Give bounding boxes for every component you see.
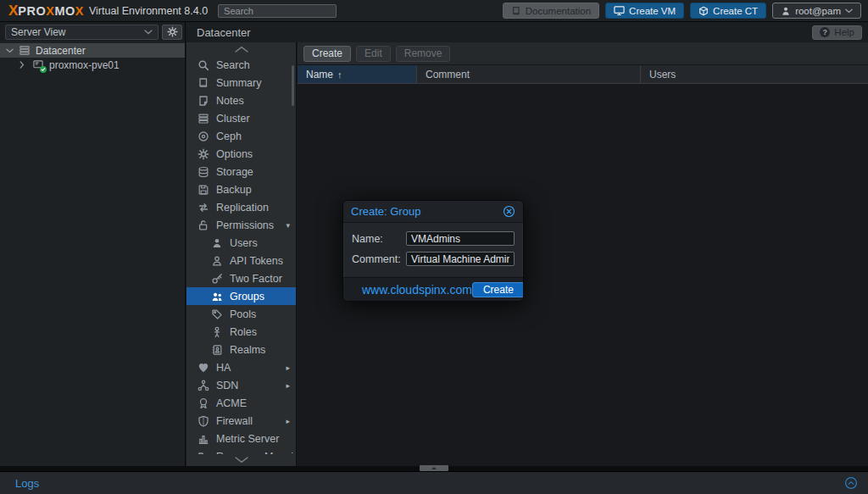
user-icon — [211, 237, 223, 249]
tree-settings-button[interactable] — [162, 25, 182, 40]
nav-item-two-factor[interactable]: Two Factor — [186, 269, 296, 287]
monitor-icon — [614, 5, 625, 16]
gear-icon — [167, 26, 178, 37]
bar-chart-icon — [198, 433, 209, 445]
nav-item-metric-server[interactable]: Metric Server — [186, 430, 296, 447]
edit-group-button[interactable]: Edit — [356, 46, 391, 62]
shield-icon — [198, 415, 209, 427]
sort-ascending-icon: ↑ — [337, 69, 342, 80]
create-ct-button[interactable]: Create CT — [690, 3, 766, 19]
users-group-icon — [211, 291, 223, 303]
replication-icon — [198, 202, 209, 214]
top-bar: X PROXMOX Virtual Environment 8.4.0 Docu… — [0, 0, 868, 22]
proxmox-app: X PROXMOX Virtual Environment 8.4.0 Docu… — [0, 0, 868, 494]
note-icon — [198, 95, 209, 107]
nav-item-acme[interactable]: ACME — [186, 394, 296, 412]
user-menu-button[interactable]: root@pam — [772, 3, 861, 19]
nav-scroll-up[interactable] — [186, 42, 296, 56]
view-selector[interactable]: Server View — [5, 25, 159, 40]
tree-node-datacenter[interactable]: Datacenter — [0, 43, 185, 58]
datacenter-nav: Search Summary Notes Cluster Ceph Option… — [186, 42, 297, 466]
create-group-dialog: Create: Group Name: Comment: www.cloudsp… — [342, 200, 524, 302]
nav-item-replication[interactable]: Replication — [186, 198, 296, 216]
expand-logs-icon[interactable] — [844, 476, 858, 490]
book-icon — [198, 77, 209, 89]
tree-view-header: Server View — [0, 22, 185, 42]
token-user-icon — [211, 255, 223, 267]
dialog-body: Name: Comment: — [343, 223, 523, 277]
caret-down-icon: ▾ — [286, 221, 290, 230]
nav-item-summary[interactable]: Summary — [186, 74, 296, 92]
storage-icon — [198, 166, 209, 178]
tree-node-proxmox-pve01[interactable]: proxmox-pve01 — [0, 58, 185, 72]
nav-item-sdn[interactable]: SDN ▸ — [186, 376, 296, 394]
address-book-icon — [211, 344, 223, 356]
dialog-create-button[interactable]: Create — [472, 282, 524, 297]
nav-scroll-down[interactable] — [186, 454, 296, 466]
nav-item-cluster[interactable]: Cluster — [186, 109, 296, 127]
group-comment-input[interactable] — [406, 252, 515, 266]
column-header-users[interactable]: Users — [641, 65, 868, 83]
nav-item-pools[interactable]: Pools — [186, 305, 296, 323]
key-icon — [211, 273, 223, 285]
nav-item-notes[interactable]: Notes — [186, 92, 296, 109]
expander-right-icon[interactable] — [19, 61, 28, 69]
nav-item-firewall[interactable]: Firewall ▸ — [186, 412, 296, 430]
create-vm-button[interactable]: Create VM — [605, 3, 684, 19]
version-subtitle: Virtual Environment 8.4.0 — [89, 5, 208, 17]
documentation-button[interactable]: Documentation — [503, 3, 599, 19]
remove-group-button[interactable]: Remove — [396, 46, 451, 62]
resource-tree: Datacenter proxmox-pve01 — [0, 42, 185, 72]
status-online-icon — [40, 66, 47, 73]
nav-item-users[interactable]: Users — [186, 234, 296, 252]
user-avatar-icon — [781, 6, 791, 16]
column-header-name[interactable]: Name ↑ — [298, 65, 417, 83]
certificate-icon — [198, 397, 209, 409]
nav-scrollbar-thumb[interactable] — [292, 65, 294, 106]
dialog-header[interactable]: Create: Group — [343, 201, 523, 223]
groups-toolbar: Create Edit Remove — [298, 42, 868, 65]
proxmox-x-mark: X — [8, 3, 17, 19]
nav-item-backup[interactable]: Backup — [186, 180, 296, 198]
search-icon — [198, 59, 209, 71]
chevron-down-icon — [144, 30, 153, 35]
nav-item-realms[interactable]: Realms — [186, 341, 296, 358]
create-group-button[interactable]: Create — [303, 46, 351, 62]
page-title: Datacenter — [197, 26, 251, 39]
cube-icon — [698, 6, 709, 16]
book-icon — [511, 6, 521, 16]
comment-field-label: Comment: — [352, 253, 406, 265]
content-header: Datacenter ? Help — [186, 22, 868, 42]
nav-item-permissions[interactable]: Permissions ▾ — [186, 216, 296, 234]
dialog-title: Create: Group — [351, 205, 420, 218]
logs-title: Logs — [15, 477, 39, 490]
gear-icon — [198, 148, 209, 160]
nav-item-ha[interactable]: HA ▸ — [186, 358, 296, 376]
caret-right-icon: ▸ — [286, 364, 290, 372]
heart-icon — [198, 362, 209, 374]
nav-item-options[interactable]: Options — [186, 145, 296, 163]
expander-down-icon[interactable] — [6, 48, 14, 53]
nav-item-api-tokens[interactable]: API Tokens — [186, 252, 296, 269]
nav-item-roles[interactable]: Roles — [186, 323, 296, 341]
splitter-handle[interactable] — [420, 465, 448, 471]
help-button[interactable]: ? Help — [812, 25, 862, 40]
column-header-comment[interactable]: Comment — [417, 65, 641, 83]
nav-item-search[interactable]: Search — [186, 56, 296, 74]
nav-item-ceph[interactable]: Ceph — [186, 127, 296, 145]
datacenter-icon — [19, 45, 31, 57]
question-icon: ? — [820, 27, 830, 37]
proxmox-logo[interactable]: X PROXMOX — [8, 3, 84, 19]
group-name-input[interactable] — [406, 231, 515, 246]
nav-item-storage[interactable]: Storage — [186, 163, 296, 180]
name-field-label: Name: — [352, 233, 406, 245]
caret-right-icon: ▸ — [286, 381, 290, 390]
tag-icon — [211, 308, 223, 320]
watermark-link[interactable]: www.cloudspinx.com — [362, 283, 472, 297]
groups-table-header: Name ↑ Comment Users — [298, 65, 868, 84]
global-search-input[interactable] — [218, 4, 337, 18]
logs-panel: Logs — [0, 471, 868, 494]
nav-item-groups[interactable]: Groups — [186, 287, 296, 305]
close-icon[interactable] — [503, 205, 515, 218]
resource-tree-panel: Server View Datacenter — [0, 22, 186, 466]
